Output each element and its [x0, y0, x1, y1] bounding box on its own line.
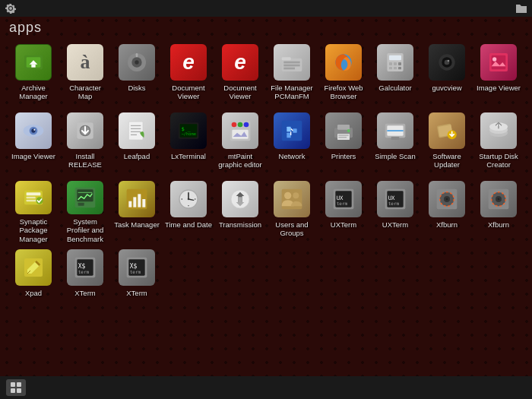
folder-icon-top[interactable] — [515, 2, 527, 14]
uxterm2-icon-svg: UX term — [383, 187, 407, 211]
svg-text:term: term — [78, 269, 90, 274]
top-bar — [0, 0, 532, 17]
taskmanager-icon-svg — [125, 187, 149, 211]
app-icon-archive-manager[interactable]: Archive Manager — [8, 38, 59, 106]
docviewer1-symbol: e — [182, 50, 195, 74]
svg-text:term: term — [130, 269, 141, 274]
desktop: apps Archive Manager à Character Map — [0, 0, 532, 399]
users-icon-svg — [280, 187, 304, 211]
svg-rect-9 — [282, 57, 291, 60]
svg-rect-82 — [128, 201, 131, 207]
app-icon-uxterm1[interactable]: UX term UXTerm — [318, 175, 369, 243]
docviewer2-symbol: e — [234, 50, 246, 74]
app-icon-network[interactable]: Network — [266, 106, 318, 175]
svg-point-6 — [135, 60, 138, 64]
xfburn2-label: Xfburn — [488, 220, 509, 229]
start-button[interactable] — [6, 379, 26, 396]
app-icon-software-updater[interactable]: Software Updater — [421, 106, 473, 175]
time-date-label: Time and Date — [165, 220, 212, 229]
svg-point-25 — [448, 60, 450, 62]
app-icon-users-groups[interactable]: Users and Groups — [266, 175, 318, 243]
uxterm1-label: UXTerm — [331, 220, 356, 229]
svg-point-109 — [446, 198, 448, 201]
gear-icon[interactable] — [5, 2, 17, 14]
svg-rect-52 — [293, 128, 296, 132]
app-icon-firefox[interactable]: Firefox Web Browser — [318, 38, 369, 106]
system-profiler-label: System Profiler and Benchmark — [62, 217, 109, 243]
start-grid — [11, 382, 21, 393]
lxterminal-label: LxTerminal — [171, 152, 206, 160]
app-icon-character-map[interactable]: à Character Map — [59, 38, 111, 106]
app-icon-calculator[interactable]: Galculator — [369, 38, 421, 106]
app-icon-xpad[interactable]: Xpad — [8, 243, 59, 312]
xfburn1-icon-svg — [435, 187, 459, 211]
app-icon-transmission[interactable]: Transmission — [214, 175, 266, 243]
app-icon-uxterm2[interactable]: UX term UXTerm — [369, 175, 421, 243]
startupdisk-icon-svg — [486, 119, 511, 143]
apps-label: apps — [9, 20, 42, 36]
svg-point-47 — [244, 122, 249, 128]
mtpaint-label: mtPaint graphic editor — [217, 152, 264, 169]
svg-rect-35 — [128, 122, 143, 140]
character-map-label: Character Map — [62, 84, 109, 101]
document-viewer1-label: Document Viewer — [165, 84, 212, 101]
firefox-label: Firefox Web Browser — [320, 84, 367, 101]
install-release-label: Install RELEASE — [62, 152, 109, 169]
app-icon-xterm[interactable]: X$ term XTerm — [59, 243, 111, 312]
app-icon-xfburn2[interactable]: Xfburn — [473, 175, 524, 243]
svg-rect-7 — [136, 53, 138, 57]
app-icon-task-manager[interactable]: Task Manager — [111, 175, 163, 243]
app-icon-disks[interactable]: Disks — [111, 38, 163, 106]
start-dot-2 — [17, 382, 21, 387]
app-icon-simple-scan[interactable]: Simple Scan — [369, 106, 421, 175]
app-icon-install-release[interactable]: Install RELEASE — [59, 106, 111, 175]
xterm2-icon-svg: X$ term — [125, 255, 149, 280]
app-icon-startup-disk[interactable]: Startup Disk Creator — [473, 106, 524, 175]
firefox-icon-svg — [331, 50, 356, 74]
svg-rect-19 — [389, 67, 392, 69]
svg-point-60 — [347, 129, 350, 132]
top-bar-right — [515, 2, 527, 14]
svg-rect-74 — [27, 197, 36, 199]
app-icon-xterm2[interactable]: X$ term XTerm — [111, 243, 163, 312]
guvcview-icon-svg — [435, 50, 459, 74]
app-icon-image-viewer2[interactable]: Image Viewer — [8, 106, 59, 175]
image-viewer2-label: Image Viewer — [11, 152, 55, 160]
transmission-label: Transmission — [219, 220, 261, 229]
svg-rect-48 — [232, 130, 248, 139]
uxterm2-label: UXTerm — [382, 220, 408, 229]
leafpad-icon-svg — [125, 119, 149, 143]
top-bar-left — [5, 2, 17, 14]
network-icon-svg — [280, 119, 304, 143]
leafpad-label: Leafpad — [124, 152, 150, 160]
app-icon-time-date[interactable]: Time and Date — [163, 175, 214, 243]
app-icon-document-viewer2[interactable]: e Document Viewer — [214, 38, 266, 106]
svg-point-46 — [238, 122, 243, 128]
app-icon-mtpaint[interactable]: mtPaint graphic editor — [214, 106, 266, 175]
svg-text:term: term — [337, 201, 348, 206]
start-dot-4 — [17, 388, 21, 393]
app-icon-printers[interactable]: Printers — [318, 106, 369, 175]
svg-rect-15 — [389, 55, 401, 61]
xpad-label: Xpad — [25, 289, 42, 297]
app-icon-synaptic[interactable]: Synaptic Package Manager — [8, 175, 59, 243]
simplescan-icon-svg — [383, 119, 407, 143]
image-viewer1-label: Image Viewer — [477, 84, 521, 92]
app-icon-xfburn1[interactable]: Xfburn — [421, 175, 473, 243]
svg-point-28 — [492, 57, 496, 61]
app-icon-leafpad[interactable]: Leafpad — [111, 106, 163, 175]
svg-rect-95 — [282, 189, 302, 210]
svg-rect-10 — [283, 62, 299, 64]
svg-rect-79 — [78, 203, 84, 206]
printers-label: Printers — [331, 152, 356, 160]
xterm-label: XTerm — [74, 289, 95, 297]
app-icon-system-profiler[interactable]: System Profiler and Benchmark — [59, 175, 111, 243]
app-icon-file-manager[interactable]: File Manager PCManFM — [266, 38, 318, 106]
simple-scan-label: Simple Scan — [375, 152, 415, 160]
charmap-symbol: à — [81, 51, 90, 74]
icon-grid: Archive Manager à Character Map Disks e — [8, 38, 524, 372]
app-icon-image-viewer1[interactable]: Image Viewer — [473, 38, 524, 106]
app-icon-document-viewer1[interactable]: e Document Viewer — [163, 38, 214, 106]
app-icon-lxterminal[interactable]: $ _ ~/home LxTerminal — [163, 106, 214, 175]
app-icon-guvcview[interactable]: guvcview — [421, 38, 473, 106]
